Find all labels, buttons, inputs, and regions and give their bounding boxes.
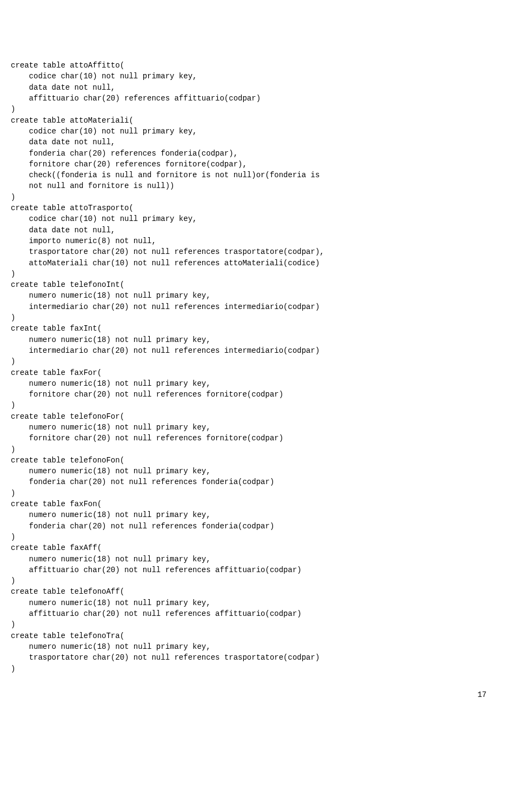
code-block: create table attoAffitto( codice char(10… [11,60,508,674]
page-number: 17 [11,689,508,700]
